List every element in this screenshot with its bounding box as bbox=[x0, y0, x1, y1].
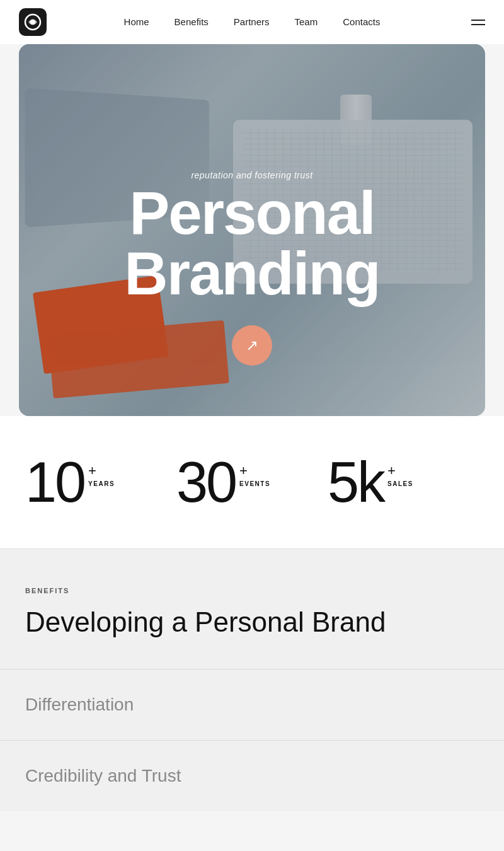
hamburger-menu-button[interactable] bbox=[471, 20, 485, 25]
stat-years-meta: + YEARS bbox=[88, 454, 115, 487]
benefit-credibility-label: Credibility and Trust bbox=[25, 766, 181, 785]
hero-title-line2: Branding bbox=[124, 240, 379, 307]
hero-title: Personal Branding bbox=[124, 183, 379, 304]
nav-home[interactable]: Home bbox=[124, 16, 149, 27]
stat-events-label: EVENTS bbox=[239, 480, 270, 487]
stat-years-label: YEARS bbox=[88, 480, 115, 487]
stat-sales-label: SALES bbox=[387, 480, 413, 487]
benefits-title: Developing a Personal Brand bbox=[25, 607, 479, 637]
benefit-item-differentiation[interactable]: Differentiation bbox=[0, 669, 504, 740]
stat-events-number: 30 bbox=[176, 454, 236, 511]
benefit-differentiation-label: Differentiation bbox=[25, 695, 134, 714]
stat-events-meta: + EVENTS bbox=[239, 454, 270, 487]
nav-contacts[interactable]: Contacts bbox=[343, 16, 380, 27]
nav-partners[interactable]: Partners bbox=[234, 16, 270, 27]
benefit-item-credibility[interactable]: Credibility and Trust bbox=[0, 740, 504, 811]
site-logo[interactable] bbox=[19, 8, 47, 36]
hero-section: reputation and fostering trust Personal … bbox=[19, 44, 485, 416]
main-nav: Home Benefits Partners Team Contacts bbox=[0, 0, 504, 44]
nav-team[interactable]: Team bbox=[295, 16, 318, 27]
nav-benefits[interactable]: Benefits bbox=[175, 16, 209, 27]
hamburger-line-2 bbox=[471, 24, 485, 25]
benefits-tag: BENEFITS bbox=[25, 587, 479, 594]
svg-point-1 bbox=[30, 20, 35, 25]
hamburger-line-1 bbox=[471, 20, 485, 21]
stats-section: 10 + YEARS 30 + EVENTS 5k + SALES bbox=[0, 416, 504, 548]
hero-title-line1: Personal bbox=[129, 179, 375, 246]
benefits-header-section: BENEFITS Developing a Personal Brand bbox=[0, 548, 504, 669]
stat-events: 30 + EVENTS bbox=[176, 454, 328, 511]
stat-sales-number: 5k bbox=[328, 454, 384, 511]
nav-links: Home Benefits Partners Team Contacts bbox=[124, 16, 381, 28]
stat-sales: 5k + SALES bbox=[328, 454, 479, 511]
stat-years: 10 + YEARS bbox=[25, 454, 176, 511]
stat-years-plus: + bbox=[88, 464, 115, 478]
stat-years-number: 10 bbox=[25, 454, 84, 511]
stat-events-plus: + bbox=[239, 464, 270, 478]
stat-sales-meta: + SALES bbox=[387, 454, 413, 487]
hero-cta-button[interactable] bbox=[232, 325, 272, 366]
stat-sales-plus: + bbox=[387, 464, 413, 478]
